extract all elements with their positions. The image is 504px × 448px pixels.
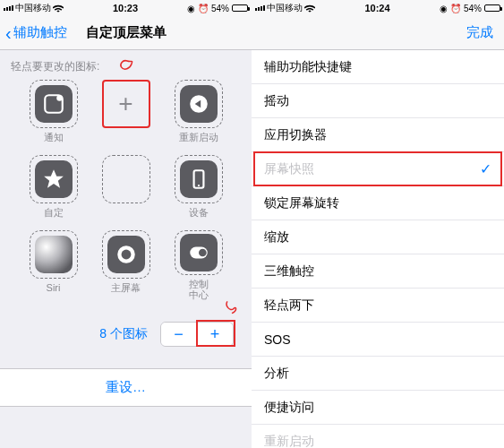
status-right: ◉ ⏰ 54% [440,4,500,13]
annotation-scribble-icon [223,298,241,316]
option-row[interactable]: SOS [252,323,504,357]
left-screenshot: 中国移动 10:23 ◉ ⏰ 54% ‹ 辅助触控 自定顶层菜单 轻点要更改的图… [0,0,252,448]
status-right: ◉ ⏰ 54% [187,4,248,13]
option-label: 重新启动 [264,434,314,449]
checkmark-icon: ✓ [480,160,491,177]
option-row[interactable]: 重新启动 [252,425,504,448]
icon-label: 重新启动 [179,132,218,142]
icon-label: 控制 中心 [189,279,209,300]
carrier-name: 中国移动 [15,2,51,14]
increment-button[interactable]: + [197,323,233,346]
option-label: 便捷访问 [264,400,314,416]
option-row[interactable]: 轻点两下 [252,289,504,323]
wifi-icon [304,4,315,13]
options-list: 辅助功能快捷键摇动应用切换器屏幕快照✓锁定屏幕旋转缩放三维触控轻点两下SOS分析… [252,50,504,448]
icon-add-placeholder[interactable]: + [98,80,154,150]
carrier-name: 中国移动 [267,2,303,14]
restart-icon [187,92,210,116]
count-stepper: − + [160,322,234,347]
status-time: 10:23 [64,3,187,13]
wifi-icon [53,4,64,13]
battery-pct: 54% [211,4,229,13]
option-row[interactable]: 锁定屏幕旋转 [252,186,504,220]
carrier: 中国移动 [255,2,315,14]
icon-label: 通知 [44,132,64,142]
svg-point-6 [197,185,199,186]
icon-home[interactable]: 主屏幕 [98,230,154,300]
option-label: 屏幕快照 [264,161,314,177]
option-label: 分析 [264,366,289,382]
battery-icon [232,4,248,12]
option-label: 锁定屏幕旋转 [264,195,339,211]
control-center-icon [187,241,210,264]
annotation-scribble-icon [117,56,137,74]
device-icon [187,168,210,191]
home-icon [115,243,138,266]
icon-grid: 通知 + 重新启动 自定 设备 [0,80,252,300]
icon-custom[interactable]: 自定 [26,155,81,225]
chevron-left-icon: ‹ [5,24,12,42]
icon-label: 自定 [44,207,64,218]
carrier: 中国移动 [4,2,64,14]
option-row[interactable]: 三维触控 [252,254,504,289]
svg-point-1 [56,95,63,101]
option-label: 应用切换器 [264,127,327,143]
option-label: 缩放 [264,229,289,246]
nav-bar: ‹ 辅助触控 自定顶层菜单 [0,16,252,50]
notification-icon [42,92,65,116]
option-label: SOS [264,332,291,347]
option-row[interactable]: 屏幕快照✓ [252,152,504,186]
stepper-row: 8 个图标 − + [0,318,252,347]
svg-point-10 [199,249,207,257]
icon-empty[interactable] [98,155,154,225]
option-label: 三维触控 [264,263,314,280]
icon-siri[interactable]: Siri [26,230,81,300]
status-bar: 中国移动 10:24 ◉ ⏰ 54% [252,0,504,16]
icon-label: Siri [47,282,61,293]
option-row[interactable]: 应用切换器 [252,118,504,152]
icon-label: 设备 [189,207,209,218]
option-row[interactable]: 辅助功能快捷键 [252,50,504,84]
hint-text: 轻点要更改的图标: [0,50,110,80]
svg-point-8 [121,250,131,260]
option-label: 辅助功能快捷键 [264,59,352,75]
option-row[interactable]: 便捷访问 [252,391,504,425]
option-row[interactable]: 分析 [252,357,504,391]
option-row[interactable]: 摇动 [252,84,504,118]
icon-control-center[interactable]: 控制 中心 [171,230,226,300]
nav-bar: 完成 [252,16,504,50]
option-row[interactable]: 缩放 [252,220,504,254]
reset-button[interactable]: 重设… [0,368,252,407]
icon-device[interactable]: 设备 [171,155,226,225]
icon-count: 8 个图标 [99,326,148,342]
back-button[interactable]: ‹ 辅助触控 [5,24,67,42]
svg-marker-4 [44,169,64,188]
icon-restart[interactable]: 重新启动 [171,80,226,150]
star-icon [42,168,65,191]
decrement-button[interactable]: − [161,323,197,346]
icon-notification[interactable]: 通知 [26,80,81,150]
option-label: 摇动 [264,93,289,109]
status-bar: 中国移动 10:23 ◉ ⏰ 54% [0,0,252,16]
back-label: 辅助触控 [13,24,67,41]
battery-icon [484,4,500,12]
status-time: 10:24 [315,3,440,13]
battery-pct: 54% [464,4,482,13]
option-label: 轻点两下 [264,297,314,314]
plus-icon: + [118,90,132,118]
icon-label: 主屏幕 [111,282,141,293]
done-button[interactable]: 完成 [466,24,499,41]
right-screenshot: 中国移动 10:24 ◉ ⏰ 54% 完成 辅助功能快捷键摇动应用切换器屏幕快照… [252,0,504,448]
